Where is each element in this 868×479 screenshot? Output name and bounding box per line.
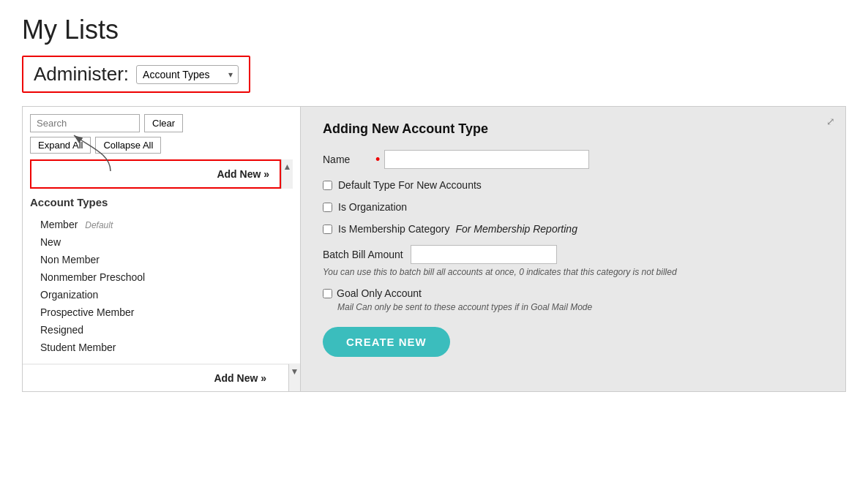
expand-collapse-bar: Expand All Collapse All <box>23 137 300 159</box>
add-new-bottom-row: Add New » ▼ <box>23 363 300 391</box>
list-item-label: Resigned <box>40 324 83 336</box>
goal-only-help: Mail Can only be sent to these account t… <box>337 302 823 312</box>
scroll-down-button[interactable]: ▼ <box>291 364 299 379</box>
left-panel: Clear Expand All Collapse All Add New » … <box>23 107 301 391</box>
is-membership-row: Is Membership Category For Membership Re… <box>323 223 823 235</box>
goal-only-row: Goal Only Account Mail Can only be sent … <box>323 287 823 312</box>
list-item-label: Member <box>40 219 78 230</box>
main-layout: Clear Expand All Collapse All Add New » … <box>22 106 846 392</box>
list-item-label: Prospective Member <box>40 306 134 318</box>
administer-select-wrapper: Account Types Member Types Billing Types <box>136 65 239 84</box>
list-item-label: Nonmember Preschool <box>40 271 145 283</box>
add-new-bottom-button[interactable]: Add New » <box>214 372 266 384</box>
goal-only-inner: Goal Only Account <box>323 287 823 299</box>
resize-icon[interactable]: ⤢ <box>826 116 835 127</box>
is-membership-italic: For Membership Reporting <box>455 223 577 235</box>
account-types-list: Member Default New Non Member Nonmember … <box>30 216 293 356</box>
panel-title: Adding New Account Type <box>323 121 823 137</box>
add-new-top-row: Add New » ▲ <box>30 159 293 189</box>
list-item-label: New <box>40 236 61 248</box>
expand-all-button[interactable]: Expand All <box>30 137 91 154</box>
search-input[interactable] <box>30 114 140 132</box>
default-type-label: Default Type For New Accounts <box>338 179 482 191</box>
goal-only-label: Goal Only Account <box>337 287 422 299</box>
page-title: My Lists <box>22 15 846 45</box>
add-new-bottom-area: Add New » <box>23 364 288 391</box>
administer-label: Administer: <box>34 63 129 86</box>
scroll-bar-up: ▲ <box>281 159 293 189</box>
is-membership-label: Is Membership Category For Membership Re… <box>338 223 577 235</box>
list-item[interactable]: Nonmember Preschool <box>30 268 293 286</box>
default-badge: Default <box>85 220 113 230</box>
batch-bill-inner: Batch Bill Amount <box>323 245 557 264</box>
is-org-checkbox[interactable] <box>323 203 332 212</box>
administer-box: Administer: Account Types Member Types B… <box>22 56 250 93</box>
search-bar: Clear <box>23 107 300 137</box>
administer-dropdown[interactable]: Account Types Member Types Billing Types <box>136 65 239 84</box>
add-new-top-button[interactable]: Add New » <box>206 161 280 187</box>
list-item-label: Student Member <box>40 342 116 353</box>
list-item[interactable]: New <box>30 233 293 251</box>
scroll-up-button[interactable]: ▲ <box>283 159 292 174</box>
is-membership-checkbox[interactable] <box>323 225 332 234</box>
batch-bill-help: You can use this to batch bill all accou… <box>323 267 677 277</box>
list-item[interactable]: Organization <box>30 286 293 303</box>
batch-bill-label: Batch Bill Amount <box>323 249 403 260</box>
name-label: Name <box>323 154 367 165</box>
panel-title-text: Adding New Account Type <box>323 121 488 136</box>
name-input[interactable] <box>384 150 589 169</box>
default-type-row: Default Type For New Accounts <box>323 179 823 191</box>
name-row: Name • <box>323 150 823 169</box>
list-section-title: Account Types <box>30 196 293 208</box>
list-item-label: Organization <box>40 289 98 301</box>
is-org-row: Is Organization <box>323 201 823 213</box>
create-new-button[interactable]: CREATE NEW <box>323 327 450 357</box>
default-type-checkbox[interactable] <box>323 181 332 190</box>
list-item[interactable]: Non Member <box>30 251 293 268</box>
batch-bill-input[interactable] <box>411 245 557 264</box>
clear-button[interactable]: Clear <box>144 114 183 132</box>
list-item[interactable]: Prospective Member <box>30 303 293 321</box>
collapse-all-button[interactable]: Collapse All <box>95 137 161 154</box>
add-new-top-box: Add New » <box>30 159 281 189</box>
right-panel: ⤢ Adding New Account Type Name • Default… <box>301 107 845 391</box>
batch-bill-row: Batch Bill Amount You can use this to ba… <box>323 245 823 277</box>
scroll-bar-down: ▼ <box>288 364 300 391</box>
list-item[interactable]: Resigned <box>30 321 293 339</box>
required-indicator: • <box>375 152 380 167</box>
add-new-top-wrapper: Add New » ▲ <box>30 159 293 189</box>
list-section: Account Types Member Default New Non Mem… <box>23 189 300 363</box>
list-item[interactable]: Member Default <box>30 216 293 233</box>
goal-only-checkbox[interactable] <box>323 289 332 298</box>
is-org-label: Is Organization <box>338 201 407 213</box>
list-item[interactable]: Student Member <box>30 339 293 356</box>
list-item-label: Non Member <box>40 254 100 265</box>
